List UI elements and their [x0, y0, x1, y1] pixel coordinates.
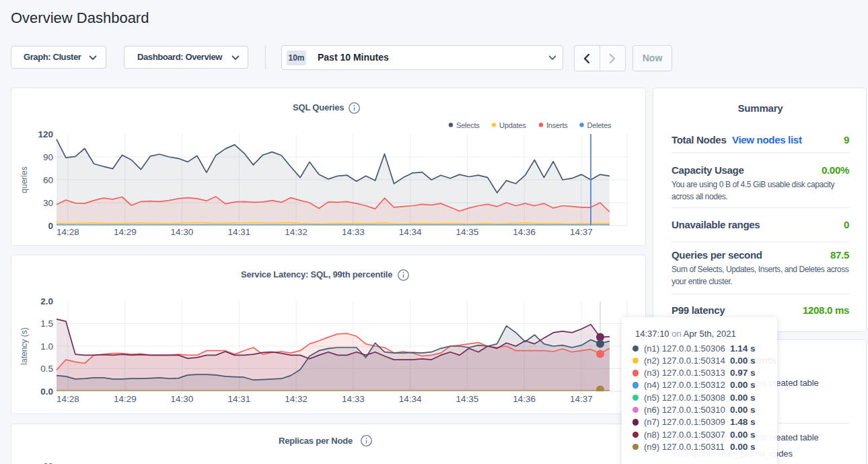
svg-text:Deletes: Deletes	[587, 121, 612, 129]
svg-text:14:28: 14:28	[57, 394, 79, 404]
svg-text:30: 30	[43, 198, 53, 208]
svg-text:14:35: 14:35	[456, 394, 479, 404]
svg-text:14:30: 14:30	[171, 394, 194, 404]
svg-text:latency (s): latency (s)	[20, 327, 29, 364]
svg-text:14:34: 14:34	[399, 394, 422, 404]
svg-text:1.0: 1.0	[40, 341, 53, 352]
svg-text:14:29: 14:29	[114, 227, 137, 237]
svg-text:1.5: 1.5	[40, 319, 53, 329]
svg-text:14:31: 14:31	[227, 227, 250, 237]
svg-text:14:34: 14:34	[399, 227, 422, 237]
svg-text:14:33: 14:33	[342, 394, 365, 404]
svg-text:90: 90	[43, 152, 53, 162]
svg-text:120: 120	[38, 129, 53, 139]
svg-text:14:37: 14:37	[570, 394, 593, 404]
svg-text:14:32: 14:32	[285, 227, 308, 237]
svg-text:queries: queries	[20, 166, 29, 193]
svg-text:2.0: 2.0	[40, 296, 53, 306]
svg-text:14:29: 14:29	[114, 394, 137, 404]
svg-text:14:36: 14:36	[513, 227, 536, 237]
svg-text:Inserts: Inserts	[546, 121, 568, 129]
svg-text:14:30: 14:30	[171, 227, 194, 237]
svg-text:60: 60	[43, 175, 53, 185]
svg-text:Updates: Updates	[499, 121, 526, 129]
svg-text:14:36: 14:36	[513, 394, 536, 404]
svg-text:0.0: 0.0	[40, 387, 53, 397]
svg-text:14:33: 14:33	[342, 227, 365, 237]
svg-text:14:31: 14:31	[227, 394, 250, 404]
svg-text:14:35: 14:35	[456, 227, 479, 237]
svg-text:14:28: 14:28	[57, 227, 79, 237]
svg-text:14:37: 14:37	[570, 227, 593, 237]
svg-text:0.5: 0.5	[40, 364, 53, 374]
svg-text:60: 60	[43, 461, 53, 464]
svg-text:14:32: 14:32	[285, 394, 308, 404]
svg-text:0: 0	[48, 221, 53, 231]
svg-text:Selects: Selects	[456, 121, 480, 129]
